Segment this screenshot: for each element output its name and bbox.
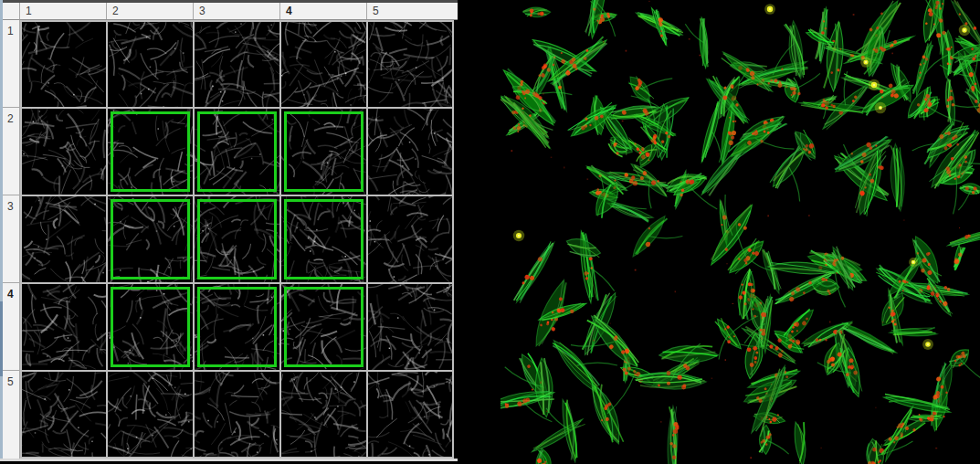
column-header-row: 12345 bbox=[20, 3, 458, 20]
edge-scroll-thumb[interactable] bbox=[0, 301, 3, 376]
tile-cell-r4c5[interactable] bbox=[367, 283, 454, 371]
grid-corner-cell bbox=[3, 3, 20, 20]
selected-tile-r3c4[interactable] bbox=[284, 199, 364, 279]
tile-cell-r3c5[interactable] bbox=[367, 195, 454, 283]
selected-tile-r2c3[interactable] bbox=[197, 111, 277, 192]
tile-cell-r5c4[interactable] bbox=[280, 371, 367, 459]
tile-cell-r5c5[interactable] bbox=[367, 371, 454, 459]
column-header-4[interactable]: 4 bbox=[280, 3, 367, 19]
column-header-1[interactable]: 1 bbox=[20, 3, 107, 19]
microscopy-workspace: 12345 12345 bbox=[0, 0, 980, 464]
selected-tile-r2c2[interactable] bbox=[111, 111, 190, 192]
tile-cell-r5c2[interactable] bbox=[107, 371, 194, 459]
tile-cell-r1c4[interactable] bbox=[280, 20, 367, 108]
selected-tile-r3c2[interactable] bbox=[111, 199, 190, 279]
column-header-5[interactable]: 5 bbox=[367, 3, 453, 19]
tile-cell-r5c1[interactable] bbox=[20, 371, 107, 459]
row-header-2[interactable]: 2 bbox=[3, 108, 19, 195]
row-header-5[interactable]: 5 bbox=[3, 371, 19, 458]
panel-bottom-edge bbox=[0, 459, 458, 461]
tile-cell-r3c1[interactable] bbox=[20, 195, 107, 283]
selected-tile-r3c3[interactable] bbox=[197, 199, 277, 279]
tile-cell-r1c1[interactable] bbox=[20, 20, 107, 108]
selected-tile-r4c4[interactable] bbox=[284, 287, 364, 367]
selected-tile-r4c3[interactable] bbox=[197, 287, 277, 367]
row-header-1[interactable]: 1 bbox=[3, 20, 19, 108]
stitched-image-panel bbox=[501, 0, 980, 464]
tile-cell-r4c1[interactable] bbox=[20, 283, 107, 371]
fluorescence-image-canvas bbox=[501, 0, 980, 464]
column-header-3[interactable]: 3 bbox=[194, 3, 280, 19]
tile-cell-r5c3[interactable] bbox=[194, 371, 280, 459]
row-header-column: 12345 bbox=[3, 20, 20, 459]
tile-cell-r1c2[interactable] bbox=[107, 20, 194, 108]
selected-tile-r2c4[interactable] bbox=[284, 111, 364, 192]
tile-cell-r2c1[interactable] bbox=[20, 108, 107, 195]
panel-left-edge bbox=[0, 0, 3, 461]
tile-cell-r1c5[interactable] bbox=[367, 20, 454, 108]
tile-cell-r1c3[interactable] bbox=[194, 20, 280, 108]
tile-cell-r2c5[interactable] bbox=[367, 108, 454, 195]
row-header-4[interactable]: 4 bbox=[3, 283, 19, 371]
tile-navigator-panel: 12345 12345 bbox=[0, 0, 458, 464]
selected-tile-r4c2[interactable] bbox=[111, 287, 190, 367]
column-header-2[interactable]: 2 bbox=[107, 3, 194, 19]
row-header-3[interactable]: 3 bbox=[3, 195, 19, 283]
